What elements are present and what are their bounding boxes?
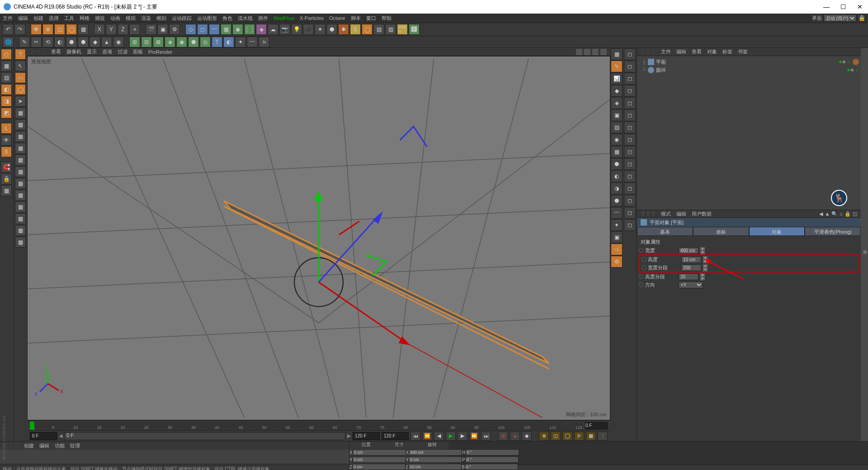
fx-button[interactable]: .fx bbox=[259, 37, 269, 47]
pos-z-input[interactable] bbox=[352, 464, 406, 470]
wseg-input[interactable] bbox=[681, 264, 701, 271]
menu-script[interactable]: 脚本 bbox=[351, 15, 361, 22]
tab-phong[interactable]: 平滑着色(Phong) bbox=[805, 227, 861, 236]
magnet-button[interactable]: 🧲 bbox=[1, 162, 12, 173]
vp-menu-options[interactable]: 选项 bbox=[102, 48, 112, 55]
grid4-palette[interactable]: ▦ bbox=[15, 143, 26, 154]
grid10-palette[interactable]: ▦ bbox=[15, 213, 26, 224]
rb2-3[interactable]: ◻ bbox=[624, 73, 636, 85]
attr-menu-edit[interactable]: 编辑 bbox=[676, 211, 686, 217]
menu-edit[interactable]: 编辑 bbox=[18, 15, 28, 22]
layout-lock-icon[interactable]: 🔒 bbox=[858, 14, 865, 22]
tool-4[interactable]: ◐ bbox=[54, 37, 65, 47]
help-icon[interactable]: ? bbox=[15, 49, 26, 60]
mograph-1[interactable]: ⊞ bbox=[129, 37, 140, 47]
menu-plugins[interactable]: 插件 bbox=[258, 15, 268, 22]
rb-11[interactable]: ◐ bbox=[611, 170, 623, 182]
next-key-button[interactable]: ⏩ bbox=[469, 432, 479, 441]
next-frame-button[interactable]: ▶ bbox=[458, 432, 467, 441]
poly-mode-button[interactable]: ◨ bbox=[1, 96, 12, 107]
rb2-13[interactable]: ◻ bbox=[624, 195, 636, 207]
model-mode-button[interactable]: ◻ bbox=[1, 49, 12, 60]
edge-mode-button[interactable]: ◧ bbox=[1, 84, 12, 95]
width-input[interactable] bbox=[679, 247, 698, 254]
mograph-5[interactable]: ◉ bbox=[176, 37, 187, 47]
goto-end-button[interactable]: ⏭ bbox=[481, 432, 491, 441]
play-button[interactable]: ▶ bbox=[446, 432, 456, 441]
rb2-8[interactable]: ◻ bbox=[624, 134, 636, 146]
mograph-6[interactable]: ⬢ bbox=[188, 37, 199, 47]
tab-object[interactable]: 对象 bbox=[749, 227, 805, 236]
close-button[interactable]: ✕ bbox=[855, 3, 864, 10]
rb-gear[interactable]: ⚙ bbox=[611, 256, 623, 268]
size-y-input[interactable] bbox=[409, 456, 462, 463]
mograph-4[interactable]: ◈ bbox=[165, 37, 175, 47]
rb-7[interactable]: ▤ bbox=[611, 122, 623, 133]
attr-lock-icon[interactable]: 🔒 bbox=[844, 211, 851, 217]
attr-menu-mode[interactable]: 模式 bbox=[661, 211, 671, 217]
menu-window[interactable]: 窗口 bbox=[366, 15, 376, 22]
menu-file[interactable]: 文件 bbox=[3, 15, 13, 22]
anim-dot-icon[interactable] bbox=[639, 248, 643, 253]
rb2-1[interactable]: ◻ bbox=[624, 48, 636, 60]
minimize-button[interactable]: — bbox=[821, 3, 831, 10]
menu-pipeline[interactable]: 流水线 bbox=[238, 15, 253, 22]
render-view-button[interactable]: 🎬 bbox=[146, 24, 156, 35]
rb2-14[interactable]: ◻ bbox=[624, 207, 636, 219]
rb-scale1[interactable]: =1 bbox=[611, 244, 623, 255]
rb-6[interactable]: ▣ bbox=[611, 109, 623, 121]
arrow-icon[interactable]: ➤ bbox=[15, 96, 26, 107]
light-button[interactable]: 💡 bbox=[291, 24, 302, 35]
subdivision-button[interactable]: ◉ bbox=[232, 24, 243, 35]
mograph-8[interactable]: T bbox=[212, 37, 222, 47]
mat-menu-function[interactable]: 功能 bbox=[55, 442, 65, 449]
panel-handle-icon[interactable]: ⋮⋮⋮ bbox=[641, 211, 656, 217]
tree-row-plane[interactable]: ├ 平面 ✓ bbox=[639, 58, 859, 66]
menu-tools[interactable]: 工具 bbox=[64, 15, 74, 22]
attr-back-icon[interactable]: ◀ bbox=[819, 211, 823, 217]
spinner[interactable]: ▲▼ bbox=[700, 247, 705, 254]
rect-select-icon[interactable]: ▭ bbox=[15, 72, 26, 83]
menu-create[interactable]: 创建 bbox=[33, 15, 43, 22]
keyframe-sel-button[interactable]: ◆ bbox=[522, 432, 532, 441]
texture-mode-button[interactable]: ▩ bbox=[1, 61, 12, 71]
snap-s-button[interactable]: S bbox=[1, 146, 12, 157]
mat-menu-edit[interactable]: 编辑 bbox=[39, 442, 49, 449]
mograph-3[interactable]: ⊠ bbox=[153, 37, 164, 47]
record-button[interactable]: ⦿ bbox=[498, 432, 508, 441]
mograph-11[interactable]: 〰 bbox=[247, 37, 258, 47]
tool-5[interactable]: ⬣ bbox=[66, 37, 77, 47]
psr-button[interactable]: PSR0 bbox=[397, 24, 408, 35]
anim-dot-icon[interactable] bbox=[642, 257, 646, 262]
key-options-button[interactable]: ⋮ bbox=[598, 432, 608, 441]
vp-menu-view[interactable]: 查看 bbox=[51, 48, 61, 55]
rb-3[interactable]: 📊 bbox=[611, 73, 623, 85]
key-pos-button[interactable]: ⊕ bbox=[539, 432, 549, 441]
vp-menu-filter[interactable]: 过滤 bbox=[118, 48, 127, 55]
pos-y-input[interactable] bbox=[353, 456, 406, 463]
visibility-dots[interactable] bbox=[847, 69, 854, 71]
rb2-10[interactable]: ◻ bbox=[624, 158, 636, 170]
grid5-palette[interactable]: ▦ bbox=[15, 155, 26, 165]
side-tabs[interactable]: 构造 bbox=[861, 48, 868, 441]
goto-start-button[interactable]: ⏮ bbox=[410, 432, 420, 441]
mograph-2[interactable]: ⊟ bbox=[141, 37, 152, 47]
tab-basic[interactable]: 基本 bbox=[637, 227, 693, 236]
vp-menu-display[interactable]: 显示 bbox=[87, 48, 97, 55]
height-input[interactable] bbox=[681, 256, 701, 263]
environment-button[interactable]: ☁ bbox=[268, 24, 278, 35]
menu-help[interactable]: 帮助 bbox=[382, 15, 392, 22]
om-menu-view[interactable]: 查看 bbox=[692, 48, 702, 55]
tool-2[interactable]: ✂ bbox=[31, 37, 42, 47]
key-pla-button[interactable]: ▦ bbox=[586, 432, 596, 441]
grid7-palette[interactable]: ▦ bbox=[15, 178, 26, 189]
z-axis-button[interactable]: Z bbox=[118, 24, 128, 35]
scale-button[interactable]: ◫ bbox=[54, 24, 65, 35]
enable-check-icon[interactable]: ✓ bbox=[855, 68, 859, 73]
grid11-palette[interactable]: ▦ bbox=[15, 225, 26, 236]
spinner[interactable]: ▲▼ bbox=[700, 273, 705, 280]
vp-orbit-icon[interactable] bbox=[592, 49, 599, 55]
autokey-button[interactable]: ● bbox=[510, 432, 520, 441]
content-browser-button[interactable]: ▥ bbox=[385, 24, 396, 35]
menu-animate[interactable]: 动画 bbox=[110, 15, 120, 22]
